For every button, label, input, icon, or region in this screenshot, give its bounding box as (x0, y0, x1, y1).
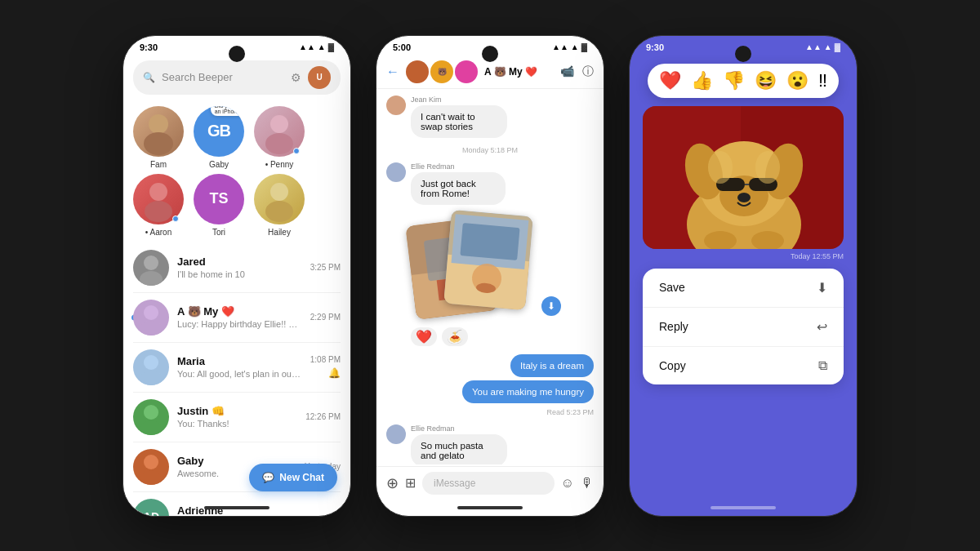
save-label: Save (659, 281, 685, 294)
msg-jean-kim: Jean Kim I can't wait to swap stories (386, 96, 594, 138)
chat-time-jared: 3:25 PM (310, 263, 341, 272)
new-chat-label: New Chat (279, 472, 324, 483)
gear-icon: ⚙ (291, 71, 301, 84)
phone-notch (229, 46, 245, 62)
svg-point-2 (270, 115, 288, 133)
chat-info-amy: A 🐻 My ❤️ Lucy: Happy birthday Ellie!! H… (177, 305, 302, 330)
react-thumbsup[interactable]: 👍 (691, 70, 713, 91)
reply-label: Reply (659, 320, 688, 333)
signal-icon-2: ▲▲ (552, 42, 568, 51)
sent-messages: Italy is a dream You are making me hungr… (386, 354, 594, 416)
svg-point-17 (140, 470, 163, 485)
message-input[interactable]: iMessage (422, 472, 555, 495)
react-surprised[interactable]: 😮 (786, 70, 808, 91)
download-button[interactable]: ⬇ (541, 296, 561, 316)
story-fam[interactable]: Fam (133, 106, 184, 169)
chat-item-maria[interactable]: Maria You: All good, let's plan in our m… (133, 343, 341, 393)
svg-point-13 (140, 371, 163, 385)
header-icons: 📹 ⓘ (560, 64, 594, 79)
info-icon[interactable]: ⓘ (582, 64, 594, 79)
copy-label: Copy (659, 359, 686, 372)
story-label-fam: Fam (150, 160, 167, 169)
add-icon[interactable]: ⊕ (386, 474, 399, 492)
context-save[interactable]: Save ⬇ (643, 269, 844, 308)
react-heart[interactable]: ❤️ (659, 70, 681, 91)
time-3: 9:30 (646, 42, 664, 52)
new-chat-button[interactable]: 💬 New Chat (249, 464, 337, 491)
chat-info-jared: Jared I'll be home in 10 (177, 256, 302, 279)
reaction-heart[interactable]: ❤️ (411, 327, 437, 346)
chat-item-amy[interactable]: A 🐻 My ❤️ Lucy: Happy birthday Ellie!! H… (133, 293, 341, 343)
time-2: 5:00 (393, 42, 411, 52)
chat-preview-justin: You: Thanks! (177, 419, 297, 429)
signal-icon-3: ▲▲ (805, 42, 822, 51)
context-reply[interactable]: Reply ↩ (643, 308, 844, 347)
context-copy[interactable]: Copy ⧉ (643, 347, 844, 384)
story-gaby[interactable]: GB Did you getan iPhone!? Gaby (194, 106, 244, 169)
svg-point-9 (140, 271, 163, 286)
svg-point-4 (149, 183, 167, 201)
story-tori[interactable]: TS Tori (194, 174, 244, 237)
home-indicator-3 (710, 506, 776, 509)
signal-icon: ▲▲ (299, 42, 315, 51)
chat-time-justin: 12:26 PM (305, 412, 341, 421)
chat-info-maria: Maria You: All good, let's plan in our m… (177, 355, 302, 379)
photo-timestamp: Today 12:55 PM (630, 252, 857, 260)
battery-icon: ▓ (328, 42, 334, 51)
chat-item-jared[interactable]: Jared I'll be home in 10 3:25 PM (133, 243, 341, 293)
context-menu: Save ⬇ Reply ↩ Copy ⧉ (643, 269, 844, 384)
back-button[interactable]: ← (386, 64, 399, 79)
svg-point-1 (144, 132, 173, 155)
svg-point-7 (265, 201, 293, 222)
sticker-icon[interactable]: ⊞ (405, 475, 416, 491)
bubble-ellie-1: Just got back from Rome! (411, 172, 506, 205)
photo-stack (411, 213, 533, 319)
phones-container: 9:30 ▲▲ ▲ ▓ 🔍 Search Beeper ⚙ U Fam (106, 19, 874, 533)
react-exclamation[interactable]: ‼️ (818, 70, 827, 91)
chat-preview-amy: Lucy: Happy birthday Ellie!! Hope you've… (177, 319, 302, 330)
story-label-aaron: • Aaron (145, 228, 172, 237)
svg-point-12 (144, 355, 158, 370)
reaction-pasta[interactable]: 🍝 (442, 327, 468, 346)
chat-meta-maria: 1:08 PM 🔔 (310, 355, 341, 379)
phone-notch-3 (735, 46, 751, 62)
home-indicator-1 (204, 506, 270, 509)
search-placeholder: Search Beeper (162, 71, 284, 83)
story-penny[interactable]: • Penny (254, 106, 305, 169)
phone-notch-2 (482, 46, 498, 62)
chat-item-justin[interactable]: Justin 👊 You: Thanks! 12:26 PM (133, 393, 341, 442)
bubble-sent-1: Italy is a dream (510, 354, 594, 377)
photo-message: ⬇ (411, 213, 594, 319)
wifi-icon-2: ▲ (571, 42, 579, 51)
sender-ellie: Ellie Redman (411, 162, 537, 171)
avatar-ellie (386, 162, 406, 182)
svg-point-16 (144, 455, 158, 469)
chat-time-maria: 1:08 PM (310, 355, 341, 364)
unread-dot-penny (293, 148, 300, 154)
save-icon: ⬇ (817, 280, 827, 295)
chat-item-adrienne[interactable]: AD Adrienne Omg, that looks so nice! (133, 492, 341, 517)
video-call-icon[interactable]: 📹 (560, 64, 574, 79)
battery-icon-2: ▓ (581, 42, 587, 51)
message-reactions: ❤️ 🍝 (411, 327, 594, 346)
react-thumbsdown[interactable]: 👎 (723, 70, 745, 91)
search-icon: 🔍 (143, 72, 155, 83)
avatar-ellie-2 (386, 424, 406, 444)
svg-rect-26 (460, 223, 519, 260)
battery-icon-3: ▓ (835, 42, 840, 51)
photo-card-2 (443, 209, 533, 309)
react-laugh[interactable]: 😆 (755, 70, 777, 91)
svg-point-10 (144, 305, 158, 320)
dog-photo (643, 106, 844, 249)
story-row-1: Fam GB Did you getan iPhone!? Gaby • Pen… (123, 100, 350, 176)
status-icons-1: ▲▲ ▲ ▓ (299, 42, 334, 51)
search-bar[interactable]: 🔍 Search Beeper ⚙ U (133, 60, 341, 95)
emoji-icon[interactable]: ☺ (561, 476, 574, 491)
story-aaron[interactable]: • Aaron (133, 174, 184, 237)
voice-icon[interactable]: 🎙 (581, 476, 594, 491)
story-hailey[interactable]: Hailey (254, 174, 305, 237)
bubble-sent-2: You are making me hungry (462, 380, 594, 403)
chat-preview-maria: You: All good, let's plan in our meeting… (177, 369, 302, 379)
unread-dot-aaron (172, 216, 179, 222)
phone-chat-window: 5:00 ▲▲ ▲ ▓ ← 🐻 A 🐻 My ❤️ 📹 ⓘ (376, 35, 604, 517)
